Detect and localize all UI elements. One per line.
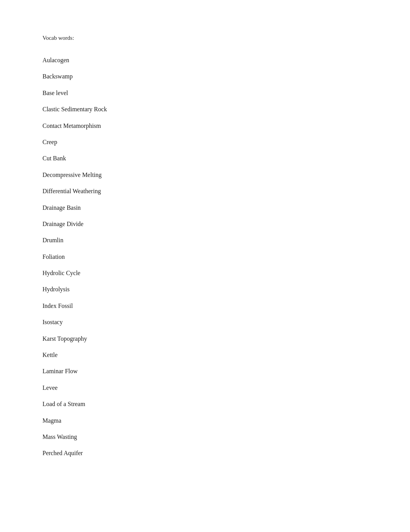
list-item: Drainage Divide — [42, 216, 410, 232]
list-item: Karst Topography — [42, 331, 410, 347]
list-item: Contact Metamorphism — [42, 118, 410, 134]
list-item: Backswamp — [42, 68, 410, 85]
list-item: Aulacogen — [42, 52, 410, 68]
list-item: Isostacy — [42, 314, 410, 330]
list-item: Hydrolysis — [42, 281, 410, 297]
list-item: Load of a Stream — [42, 396, 410, 412]
list-item: Drainage Basin — [42, 200, 410, 216]
list-item: Drumlin — [42, 232, 410, 248]
vocab-header: Vocab words: — [42, 35, 410, 41]
list-item: Base level — [42, 85, 410, 101]
list-item: Clastic Sedimentary Rock — [42, 101, 410, 117]
list-item: Magma — [42, 413, 410, 429]
list-item: Kettle — [42, 347, 410, 363]
list-item: Decompressive Melting — [42, 167, 410, 183]
list-item: Laminar Flow — [42, 363, 410, 379]
list-item: Differential Weathering — [42, 183, 410, 199]
list-item: Creep — [42, 134, 410, 150]
list-item: Foliation — [42, 249, 410, 265]
list-item: Mass Wasting — [42, 429, 410, 445]
list-item: Cut Bank — [42, 150, 410, 167]
list-item: Levee — [42, 380, 410, 396]
page-container: Vocab words: AulacogenBackswampBase leve… — [0, 0, 410, 493]
list-item: Perched Aquifer — [42, 445, 410, 461]
list-item: Hydrolic Cycle — [42, 265, 410, 281]
vocab-list: AulacogenBackswampBase levelClastic Sedi… — [42, 52, 410, 462]
list-item: Index Fossil — [42, 298, 410, 314]
